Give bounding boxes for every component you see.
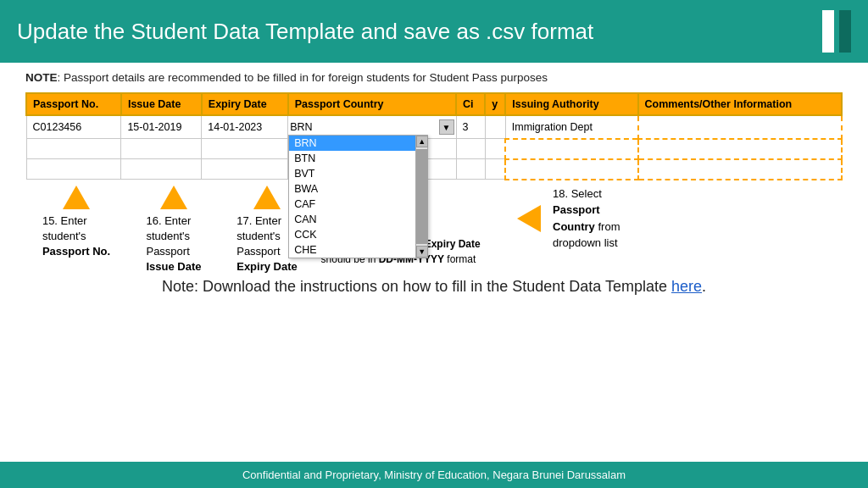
- ann-text-18: 18. Select Passport Country from dropdow…: [553, 186, 620, 252]
- dropdown-item-che[interactable]: CHE: [289, 242, 415, 258]
- empty-cell: [121, 159, 202, 180]
- ann17-line4: Expiry Date: [236, 260, 298, 273]
- ann-text-16: 16. Enter student's Passport Issue Date: [146, 214, 201, 275]
- dropdown-item-caf[interactable]: CAF: [289, 197, 415, 212]
- cell-issuing-authority: Immigration Dept: [505, 115, 637, 139]
- dropdown-selected-value: BRN: [290, 121, 437, 133]
- ann17-line3: Passport: [236, 245, 280, 258]
- dropdown-scrollbar[interactable]: ▲ ▼: [415, 136, 427, 258]
- dropdown-arrow-icon[interactable]: ▼: [439, 119, 454, 135]
- scrollbar-down-icon[interactable]: ▼: [416, 246, 428, 258]
- cell-expiry-date: 14-01-2023: [202, 115, 288, 139]
- arrow-left-18: [517, 205, 541, 232]
- footer-text: Confidential and Proprietary, Ministry o…: [242, 469, 626, 481]
- col-comments: Comments/Other Information: [638, 93, 842, 115]
- cell-city2: [485, 115, 505, 139]
- ann15-line3: Passport No.: [42, 245, 110, 258]
- ann16-line3: Passport: [146, 245, 189, 258]
- empty-cell: [26, 139, 121, 159]
- ann16-line2: student's: [146, 230, 190, 242]
- col-city2: y: [485, 93, 505, 115]
- empty-cell: [456, 139, 485, 159]
- ann15-line1: 15. Enter: [42, 214, 87, 227]
- note-label: NOTE: [25, 71, 58, 84]
- main-content: NOTE: Passport details are recommended t…: [0, 63, 868, 301]
- ann17-line2: student's: [236, 230, 281, 242]
- header-title: Update the Student Data Template and sav…: [17, 19, 809, 45]
- empty-cell: [485, 159, 505, 180]
- cell-passport-no: C0123456: [26, 115, 121, 139]
- ann18-line4: from: [598, 220, 620, 233]
- ann18-line3: Country: [553, 220, 595, 233]
- empty-cell: [505, 139, 637, 159]
- arrow-up-16: [160, 186, 187, 209]
- empty-cell: [638, 159, 842, 180]
- empty-cell: [505, 159, 637, 180]
- bottom-note-link[interactable]: here: [671, 278, 702, 295]
- arrow-up-15: [63, 186, 90, 209]
- col-city: Ci: [456, 93, 485, 115]
- cell-ci: 3: [456, 115, 485, 139]
- col-passport-no: Passport No.: [26, 93, 121, 115]
- cell-passport-country: BRN ▼ BRN BTN BVT BWA CAF: [288, 115, 456, 139]
- col-expiry-date: Expiry Date: [202, 93, 288, 115]
- middle-note-6: format: [447, 253, 476, 265]
- note-line: NOTE: Passport details are recommended t…: [25, 71, 843, 84]
- ann18-line5: dropdown list: [553, 236, 618, 249]
- annotation-15: 15. Enter student's Passport No.: [25, 186, 127, 260]
- ann18-line1: 18. Select: [553, 187, 602, 200]
- empty-cell: [26, 159, 121, 180]
- ann-text-15: 15. Enter student's Passport No.: [42, 214, 110, 260]
- middle-note-3: Expiry Date: [425, 238, 481, 250]
- bottom-note-period: .: [702, 278, 706, 295]
- dropdown-item-btn[interactable]: BTN: [289, 151, 415, 166]
- ann17-line1: 17. Enter: [236, 214, 281, 227]
- ann16-line1: 16. Enter: [146, 214, 191, 227]
- bottom-note-text: Note: Download the instructions on how t…: [162, 278, 671, 295]
- note-text: : Passport details are recommended to be…: [58, 71, 548, 84]
- empty-cell: [456, 159, 485, 180]
- cell-issue-date: 15-01-2019: [121, 115, 202, 139]
- col-issue-date: Issue Date: [121, 93, 202, 115]
- empty-cell: [485, 139, 505, 159]
- header-decoration: [822, 10, 851, 53]
- table-container: Passport No. Issue Date Expiry Date Pass…: [25, 92, 843, 180]
- col-issuing-authority: Issuing Authority: [505, 93, 637, 115]
- empty-cell: [638, 139, 842, 159]
- ann15-line2: student's: [42, 230, 86, 242]
- col-passport-country: Passport Country: [288, 93, 456, 115]
- scrollbar-up-icon[interactable]: ▲: [416, 136, 428, 147]
- dropdown-item-brn[interactable]: BRN: [289, 136, 415, 151]
- annotation-16: 16. Enter student's Passport Issue Date: [127, 186, 220, 275]
- empty-cell: [202, 139, 288, 159]
- dropdown-item-cck[interactable]: CCK: [289, 227, 415, 242]
- ann18-line2: Passport: [553, 203, 600, 216]
- annotation-18: 18. Select Passport Country from dropdow…: [517, 186, 620, 252]
- dropdown-item-bvt[interactable]: BVT: [289, 166, 415, 181]
- dropdown-items: BRN BTN BVT BWA CAF CAN CCK CHE: [289, 136, 415, 258]
- arrow-up-17: [253, 186, 281, 209]
- ann16-line4: Issue Date: [146, 260, 201, 273]
- table-header-row: Passport No. Issue Date Expiry Date Pass…: [26, 93, 842, 115]
- dropdown-list: BRN BTN BVT BWA CAF CAN CCK CHE: [288, 135, 428, 258]
- dropdown-item-bwa[interactable]: BWA: [289, 181, 415, 197]
- table-row-empty-2: [26, 159, 842, 180]
- table-row-empty-1: [26, 139, 842, 159]
- header: Update the Student Data Template and sav…: [0, 0, 868, 63]
- scrollbar-thumb[interactable]: [416, 149, 428, 244]
- spreadsheet-table: Passport No. Issue Date Expiry Date Pass…: [25, 92, 843, 180]
- empty-cell: [202, 159, 288, 180]
- cell-comments: [638, 115, 842, 139]
- footer: Confidential and Proprietary, Ministry o…: [0, 462, 868, 488]
- table-row: C0123456 15-01-2019 14-01-2023 BRN ▼ BR: [26, 115, 842, 139]
- header-bar-2: [839, 10, 851, 53]
- empty-cell: [121, 139, 202, 159]
- annotations-row: 15. Enter student's Passport No. 16. Ent…: [25, 186, 843, 275]
- bottom-note-large: Note: Download the instructions on how t…: [25, 278, 843, 296]
- dropdown-item-can[interactable]: CAN: [289, 212, 415, 227]
- header-bar-1: [822, 10, 834, 53]
